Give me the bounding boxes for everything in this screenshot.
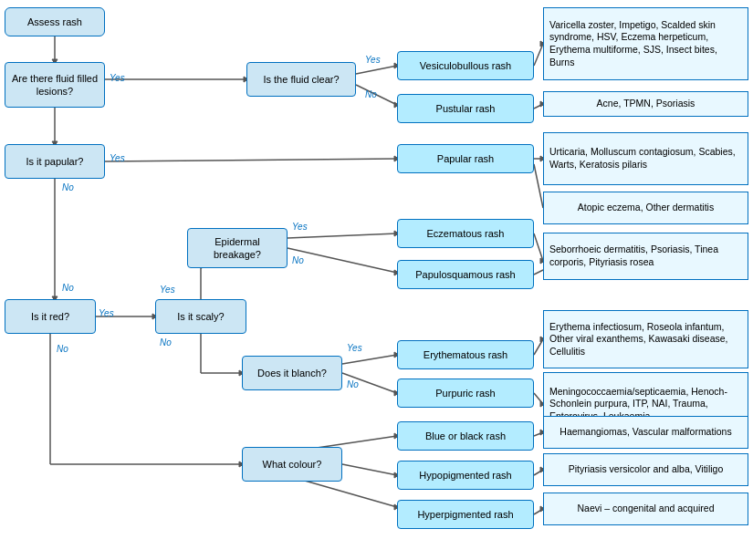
d-ecz-node: Seborrhoeic dermatitis, Psoriasis, Tinea… (543, 233, 748, 280)
d-vesic-label: Varicella zoster, Impetigo, Scalded skin… (549, 19, 742, 69)
r-ecz-label: Eczematous rash (427, 227, 505, 240)
yes4-label: Yes (292, 222, 308, 232)
r-blue-node: Blue or black rash (397, 421, 534, 451)
d-pap2-node: Atopic eczema, Other dermatitis (543, 192, 748, 224)
d-pap-node: Urticaria, Molluscum contagiosum, Scabie… (543, 132, 748, 185)
r-blue-label: Blue or black rash (425, 430, 506, 442)
r-pust-node: Pustular rash (397, 94, 534, 123)
q8-label: What colour? (263, 458, 322, 471)
svg-line-55 (534, 470, 543, 475)
yes1-label: Yes (110, 73, 125, 83)
q1-node: Are there fluid filled lesions? (5, 62, 105, 108)
no4-label: No (292, 255, 304, 265)
r-pap-label: Papular rash (437, 152, 494, 165)
flowchart: Assess rash Are there fluid filled lesio… (0, 0, 753, 560)
d-blue-node: Haemangiomas, Vascular malformations (543, 416, 748, 449)
no7-label: No (347, 379, 359, 389)
r-papu-node: Papulosquamous rash (397, 260, 534, 289)
svg-line-53 (534, 432, 543, 436)
start-node: Assess rash (5, 7, 105, 36)
no1-label: No (62, 182, 74, 192)
q7-node: Does it blanch? (242, 356, 342, 390)
yes6-label: Yes (160, 285, 175, 295)
svg-line-20 (534, 164, 543, 208)
q8-node: What colour? (242, 447, 342, 482)
r-purp-label: Purpuric rash (435, 387, 495, 399)
d-pust-label: Acne, TPMN, Psoriasis (597, 98, 695, 110)
d-vesic-node: Varicella zoster, Impetigo, Scalded skin… (543, 7, 748, 80)
q4-ep-label: Epidermal breakage? (193, 235, 282, 262)
q5-label: Is it red? (31, 310, 69, 323)
start-label: Assess rash (27, 16, 82, 28)
svg-line-39 (342, 355, 397, 364)
q1-label: Are there fluid filled lesions? (10, 72, 99, 99)
d-pust-node: Acne, TPMN, Psoriasis (543, 91, 748, 117)
q7-label: Does it blanch? (257, 367, 327, 379)
r-hypo-node: Hypopigmented rash (397, 461, 534, 490)
r-hyper-node: Hyperpigmented rash (397, 500, 534, 529)
q6-label: Is it scaly? (177, 310, 224, 323)
r-ery-node: Erythematous rash (397, 340, 534, 369)
svg-line-10 (534, 44, 543, 66)
svg-line-27 (534, 270, 543, 275)
svg-line-14 (105, 159, 397, 161)
q3-node: Is it papular? (5, 144, 105, 179)
r-vesic-node: Vesiculobullous rash (397, 51, 534, 80)
q6-node: Is it scaly? (155, 299, 246, 334)
q5-node: Is it red? (5, 299, 96, 334)
d-pap-label: Urticaria, Molluscum contagiosum, Scabie… (549, 146, 742, 171)
r-hypo-label: Hypopigmented rash (419, 469, 512, 482)
no2-label: No (365, 89, 377, 99)
r-pap-node: Papular rash (397, 144, 534, 173)
svg-line-45 (534, 393, 543, 404)
d-hyper-node: Naevi – congenital and acquired (543, 493, 748, 525)
d-ecz-label: Seborrhoeic dermatitis, Psoriasis, Tinea… (549, 244, 742, 268)
d-ery-label: Erythema infectiosum, Roseola infantum, … (549, 321, 742, 358)
d-hypo-node: Pityriasis versicolor and alba, Vitiligo (543, 453, 748, 486)
r-ecz-node: Eczematous rash (397, 219, 534, 248)
d-ery-node: Erythema infectiosum, Roseola infantum, … (543, 310, 748, 368)
svg-line-23 (288, 248, 397, 273)
svg-line-12 (534, 104, 543, 109)
svg-line-25 (534, 233, 543, 261)
yes5-label: Yes (99, 308, 114, 318)
q3-label: Is it papular? (26, 155, 84, 168)
d-hyper-label: Naevi – congenital and acquired (577, 503, 714, 515)
q2-node: Is the fluid clear? (246, 62, 356, 97)
r-ery-label: Erythematous rash (424, 348, 507, 361)
yes3-label: Yes (110, 153, 125, 163)
no6-label: No (160, 337, 172, 347)
no5-label: No (57, 344, 68, 354)
svg-line-43 (534, 339, 543, 355)
d-hypo-label: Pityriasis versicolor and alba, Vitiligo (569, 463, 724, 476)
svg-line-57 (534, 509, 543, 514)
r-purp-node: Purpuric rash (397, 379, 534, 408)
svg-line-21 (288, 233, 397, 238)
yes2-label: Yes (365, 55, 381, 65)
d-pap2-label: Atopic eczema, Other dermatitis (578, 202, 714, 214)
r-hyper-label: Hyperpigmented rash (417, 508, 513, 521)
r-papu-label: Papulosquamous rash (415, 268, 515, 281)
r-vesic-label: Vesiculobullous rash (420, 59, 511, 72)
d-blue-label: Haemangiomas, Vascular malformations (560, 426, 731, 439)
no3-label: No (62, 283, 74, 293)
q2-label: Is the fluid clear? (263, 73, 339, 86)
q4-ep-node: Epidermal breakage? (187, 228, 288, 268)
svg-line-6 (356, 66, 397, 74)
yes7-label: Yes (347, 343, 362, 353)
svg-line-49 (342, 464, 397, 475)
r-pust-label: Pustular rash (436, 102, 496, 115)
